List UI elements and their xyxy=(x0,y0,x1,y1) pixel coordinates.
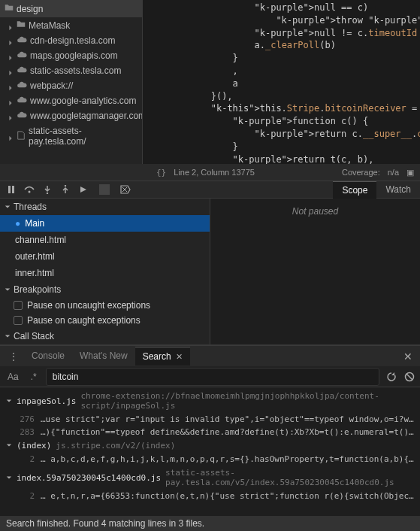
drawer-tab-what-s-new[interactable]: What's New xyxy=(72,347,135,366)
scope-panel: Not paused xyxy=(210,199,420,344)
cloud-icon xyxy=(17,50,27,61)
clear-icon[interactable] xyxy=(403,371,415,383)
tree-item[interactable]: MetaMask xyxy=(0,17,142,33)
breakpoint-option[interactable]: Pause on caught exceptions xyxy=(0,313,210,328)
result-filename: inpageSol.js xyxy=(17,396,76,406)
drawer-tabs: ⋮ ConsoleWhat's NewSearch✕ ✕ xyxy=(0,345,420,366)
line-text: … e,t,n,r,a={66353:function(e,t,n){"use … xyxy=(41,491,414,501)
threads-header[interactable]: Threads xyxy=(0,199,210,215)
chevron-right-icon xyxy=(8,38,14,44)
drawer-tab-console[interactable]: Console xyxy=(24,347,72,366)
cursor-position: Line 2, Column 13775 xyxy=(174,168,255,177)
step-out-icon[interactable] xyxy=(60,184,71,195)
tab-scope[interactable]: Scope xyxy=(333,181,376,199)
result-file[interactable]: index.59a750230045c1400cd0.js static-ass… xyxy=(0,466,420,490)
tree-header-label: design xyxy=(17,4,43,14)
result-file[interactable]: inpageSol.js chrome-extension://bfnaelmo… xyxy=(0,389,420,413)
pause-icon[interactable] xyxy=(6,184,17,195)
close-drawer-icon[interactable]: ✕ xyxy=(400,350,415,363)
thread-item[interactable]: channel.html xyxy=(0,232,210,248)
result-line[interactable]: 2… a,b,c,d,e,f,g,h,i,j,k,l,m,n,o,p,q,r,s… xyxy=(0,453,420,466)
line-text: …){"function"==typeof define&&define.amd… xyxy=(41,427,414,437)
search-results: inpageSol.js chrome-extension://bfnaelmo… xyxy=(0,387,420,516)
cloud-icon xyxy=(17,65,27,76)
svg-rect-0 xyxy=(8,186,11,193)
drawer-tab-search[interactable]: Search✕ xyxy=(135,347,190,366)
option-label: Pause on caught exceptions xyxy=(27,315,141,326)
svg-point-2 xyxy=(29,191,31,193)
step-into-icon[interactable] xyxy=(42,184,53,195)
cloud-icon xyxy=(17,35,27,46)
svg-point-3 xyxy=(47,193,48,194)
search-status: Search finished. Found 4 matching lines … xyxy=(0,516,420,531)
breakpoint-option[interactable]: Pause on uncaught exceptions xyxy=(0,298,210,313)
tree-item-label: MetaMask xyxy=(29,20,70,31)
result-filename: index.59a750230045c1400cd0.js xyxy=(17,473,161,483)
search-input[interactable] xyxy=(46,368,379,386)
tab-watch[interactable]: Watch xyxy=(376,181,420,199)
result-filepath: chrome-extension://bfnaelmomeimhlpmgjnjo… xyxy=(80,391,414,411)
result-line[interactable]: 2… e,t,n,r,a={66353:function(e,t,n){"use… xyxy=(0,490,420,502)
sidebar-toggle-icon[interactable]: ▣ xyxy=(406,168,414,178)
checkbox-icon[interactable] xyxy=(14,301,23,310)
tree-item-label: www.google-analytics.com xyxy=(30,96,136,106)
chevron-down-icon xyxy=(6,441,12,451)
tree-item[interactable]: static-assets-pay.tesla.com/ xyxy=(0,123,142,149)
chevron-right-icon xyxy=(8,53,14,59)
tree-header[interactable]: design xyxy=(0,0,142,17)
folder-icon xyxy=(5,3,14,14)
tree-item[interactable]: www.google-analytics.com xyxy=(0,93,142,108)
line-number: 2 xyxy=(14,454,35,464)
tree-item-label: www.googletagmanager.com xyxy=(30,111,143,121)
coverage-value: n/a xyxy=(388,168,399,177)
chevron-right-icon xyxy=(8,113,14,119)
tree-item-label: maps.googleapis.com xyxy=(30,50,118,61)
tree-item[interactable]: cdn-design.tesla.com xyxy=(0,33,142,48)
svg-rect-1 xyxy=(12,186,14,193)
cloud-icon xyxy=(17,96,27,106)
callstack-header[interactable]: Call Stack xyxy=(0,328,210,344)
kebab-menu-icon[interactable]: ⋮ xyxy=(5,351,23,362)
result-filepath: static-assets-pay.tesla.com/v5/index.59a… xyxy=(165,468,414,487)
breakpoints-header[interactable]: Breakpoints xyxy=(0,281,210,298)
breakpoints-toggle-icon[interactable] xyxy=(120,184,131,195)
folder-icon xyxy=(17,20,26,31)
result-line[interactable]: 283…){"function"==typeof define&&define.… xyxy=(0,426,420,438)
not-paused-label: Not paused xyxy=(292,206,338,217)
tree-item-label: cdn-design.tesla.com xyxy=(30,35,115,46)
debug-left-pane: Threads Mainchannel.htmlouter.htmlinner.… xyxy=(0,199,210,344)
tree-item[interactable]: static-assets.tesla.com xyxy=(0,63,142,78)
match-case-button[interactable]: Aa xyxy=(5,370,22,384)
tree-item-label: webpack:// xyxy=(30,80,73,91)
chevron-down-icon xyxy=(6,473,12,483)
refresh-icon[interactable] xyxy=(385,371,397,383)
file-icon xyxy=(17,131,26,142)
tab-label: Search xyxy=(143,351,171,362)
result-line[interactable]: 276…use strict";var r="input is invalid … xyxy=(0,413,420,426)
chevron-down-icon xyxy=(5,202,11,212)
line-number: 283 xyxy=(14,427,35,437)
close-icon[interactable]: ✕ xyxy=(176,352,183,362)
braces-icon[interactable]: {} xyxy=(156,168,166,178)
thread-item[interactable]: outer.html xyxy=(0,248,210,265)
tree-item[interactable]: webpack:// xyxy=(0,78,142,93)
chevron-right-icon xyxy=(8,98,14,104)
chevron-down-icon xyxy=(5,331,11,341)
tree-item[interactable]: maps.googleapis.com xyxy=(0,48,142,63)
result-file[interactable]: (index) js.stripe.com/v2/(index) xyxy=(0,438,420,453)
line-number: 276 xyxy=(14,414,35,424)
regex-button[interactable]: .* xyxy=(28,370,40,384)
code-editor[interactable]: "k-purple">null == c) "k-purple">throw "… xyxy=(143,0,420,164)
result-filename: (index) xyxy=(17,441,51,451)
checkbox-icon[interactable] xyxy=(14,316,23,325)
file-tree: design MetaMaskcdn-design.tesla.commaps.… xyxy=(0,0,143,164)
line-text: …use strict";var r="input is invalid typ… xyxy=(41,414,414,424)
step-icon[interactable] xyxy=(78,184,89,195)
step-over-icon[interactable] xyxy=(24,184,35,195)
thread-item[interactable]: Main xyxy=(0,215,210,232)
thread-item[interactable]: inner.html xyxy=(0,265,210,281)
tree-item[interactable]: www.googletagmanager.com xyxy=(0,108,142,123)
chevron-down-icon xyxy=(5,284,11,295)
cloud-icon xyxy=(17,111,27,121)
coverage-label: Coverage: xyxy=(342,168,380,177)
